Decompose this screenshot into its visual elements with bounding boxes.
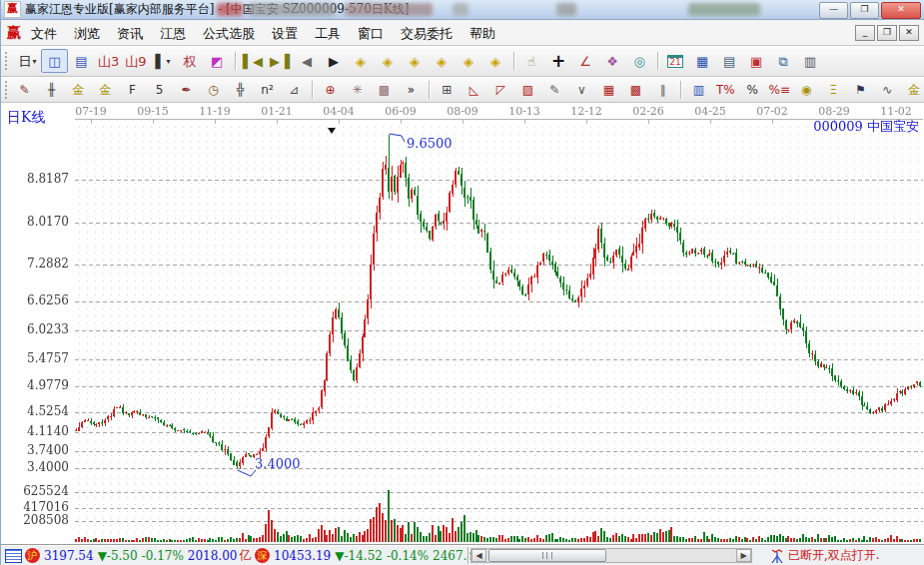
scroll-right-button[interactable]: ▶ [736,549,751,562]
scroll-left-button[interactable]: ◀ [471,549,486,562]
redacted-item [453,3,468,16]
connection-status-text[interactable]: 已断开,双点打开. [788,547,880,564]
restore-button[interactable]: ❐ [850,2,879,19]
menu-item-1[interactable]: 浏览 [74,26,100,41]
zigzag-icon-glyph: ∨ [577,84,586,96]
mdi-close-button[interactable]: ✕ [899,25,919,41]
flag-marker-icon[interactable]: ⚑ [847,79,874,101]
redacted-item [688,3,760,16]
band-percent-icon[interactable]: T% [712,79,739,101]
shanghai-badge-icon[interactable]: 沪 [25,548,40,563]
more-tools-chevron[interactable]: » [398,79,425,101]
minimize-button[interactable]: — [819,2,848,19]
wave-band-icon[interactable]: ∿ [874,79,901,101]
mdi-minimize-button[interactable]: _ [855,25,875,41]
candle-type-dropdown[interactable]: ▌▾ [150,49,177,73]
menu-item-6[interactable]: 工具 [315,26,341,41]
menu-item-7[interactable]: 窗口 [358,26,384,41]
menu-item-8[interactable]: 交易委托 [401,26,453,41]
price-axis-label: 3.7400 [3,443,69,457]
gann-expand-h-icon[interactable]: ◈ [402,49,429,73]
column-stats-icon[interactable]: ▥ [685,79,712,101]
prev-page-icon[interactable]: ◀ [294,49,321,73]
n-square-icon[interactable]: n² [254,79,281,101]
gann-box-tool-icon[interactable]: ❖ [599,49,626,73]
gann-compress-all-icon[interactable]: ◈ [456,49,482,73]
statusbar-divider [467,547,468,564]
gann-shift-left-icon[interactable]: ◈ [348,49,375,73]
market-monitor-icon[interactable]: ◫ [41,49,68,73]
gann-center-icon[interactable]: ◈ [375,49,402,73]
bar-grid-icon[interactable]: ╬ [227,79,254,101]
crosshair-tool-icon[interactable]: + [545,49,572,73]
toolbar-grip-2[interactable] [5,81,7,99]
ex-rights-icon[interactable]: 权 [177,49,204,73]
mirror-angle-icon[interactable]: ⊿ [281,79,308,101]
notes-icon[interactable]: ▤ [716,49,743,73]
market-grid-icon[interactable] [5,549,22,563]
first-page-icon[interactable]: ▌◀ [240,49,267,73]
draw-measure-icon[interactable]: ✒ [173,79,200,101]
gann-compress-h-icon[interactable]: ◈ [429,49,456,73]
fan-lines-icon[interactable]: ◺ [461,79,487,101]
calculator-icon[interactable]: ▦ [689,49,716,73]
chart-9-icon[interactable]: 山9 [122,49,149,73]
chart-area: 日K线 000009 中国宝安 07-1909-1511-1901-2104-0… [1,103,924,544]
brush-tool-icon[interactable]: ✎ [11,79,38,101]
period-day-dropdown[interactable]: 日▾ [14,49,41,73]
parallel-lines-icon[interactable]: ∥ [649,79,676,101]
target-circle-icon[interactable]: ⊕ [317,79,344,101]
pencil-line-icon[interactable]: ✎ [541,79,568,101]
gold-level-icon[interactable]: Ξ [820,79,847,101]
menu-item-5[interactable]: 设置 [272,26,298,41]
gold-grid-icon[interactable]: 金 [65,79,92,101]
scrollbar-track[interactable] [486,549,736,562]
menu-item-3[interactable]: 江恩 [160,26,186,41]
square-burst-icon[interactable]: ▩ [371,79,398,101]
last-page-icon[interactable]: ▶▐ [267,49,294,73]
hand-tool-icon[interactable]: ☝ [518,49,545,73]
grid-tool-icon[interactable]: ╫ [38,79,65,101]
antenna-icon[interactable] [770,548,784,564]
clone-window-icon[interactable]: ⧉ [770,49,797,73]
percent-level-icon[interactable]: %≡ [766,79,793,101]
box-select-icon[interactable]: ⊞ [434,79,461,101]
menu-item-4[interactable]: 公式选股 [203,26,255,41]
mdi-restore-button[interactable]: ❐ [877,25,897,41]
save-screen-icon[interactable]: ▣ [743,49,770,73]
workstation-icon[interactable]: ▥ [797,49,824,73]
scrollbar-thumb[interactable] [488,549,606,562]
zigzag-icon[interactable]: ∨ [568,79,595,101]
gold-underline-icon[interactable]: 金 [901,79,924,101]
star-burst-icon[interactable]: ✳ [344,79,371,101]
close-button[interactable]: ✕ [881,2,921,19]
menu-item-0[interactable]: 文件 [31,26,57,41]
box-fan-icon-glyph: ◸ [496,84,505,96]
gann-expand-v-icon[interactable]: ◈ [482,49,509,73]
shenzhen-badge-icon[interactable]: 深 [255,548,270,563]
red-grid-2-icon[interactable]: ▩ [622,79,649,101]
info-panel-icon[interactable]: ▤ [68,49,95,73]
chart-9-icon-glyph: 山9 [125,55,146,68]
angle-line-tool-icon[interactable]: ∠ [572,49,599,73]
hatch-box-icon[interactable]: ▨ [514,79,541,101]
red-grid-icon[interactable]: ▦ [595,79,622,101]
last-page-icon-glyph: ▶▐ [270,55,290,68]
toolbar-grip[interactable] [5,52,10,70]
chart-3-icon[interactable]: 山3 [95,49,122,73]
horizontal-scrollbar[interactable]: ◀ ▶ [470,548,752,563]
next-page-icon[interactable]: ▶ [321,49,348,73]
gold-grid-2-icon[interactable]: 金 [92,79,119,101]
kline-chart-canvas[interactable] [1,103,924,544]
percent-icon[interactable]: % [739,79,766,101]
menu-item-2[interactable]: 资讯 [117,26,143,41]
gold-circle-icon[interactable]: ◉ [793,79,820,101]
five-grid-icon[interactable]: 5 [146,79,173,101]
box-fan-icon[interactable]: ◸ [487,79,514,101]
spiral-tool-icon[interactable]: ◎ [626,49,653,73]
menu-item-9[interactable]: 帮助 [469,26,495,41]
fib-grid-icon[interactable]: F [119,79,146,101]
calendar-icon[interactable]: 21 [662,49,689,73]
time-cycle-icon[interactable]: ◷ [200,79,227,101]
color-chart-icon[interactable]: ◩ [204,49,231,73]
